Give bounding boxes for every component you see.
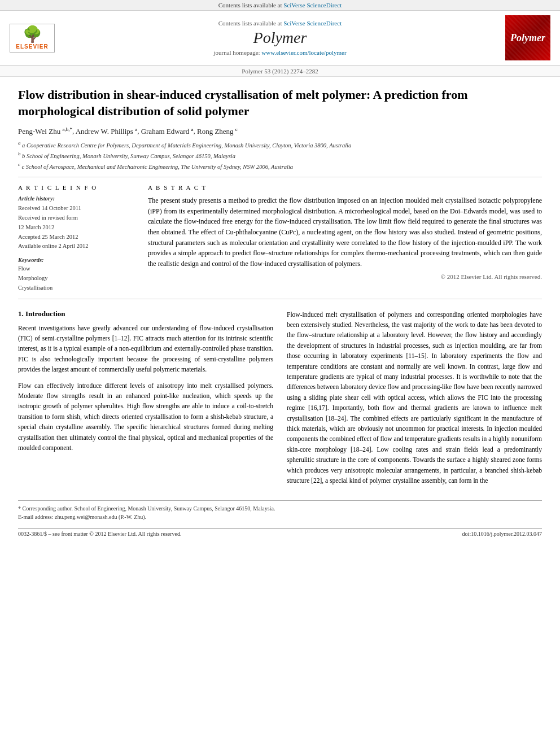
author-peng-wei-zhu: Peng-Wei Zhu a,b,*: [18, 127, 72, 136]
journal-center: Contents lists available at SciVerse Sci…: [63, 15, 497, 60]
body-para-1: Recent investigations have greatly advan…: [18, 323, 273, 375]
article-dates: Received 14 October 2011 Received in rev…: [18, 204, 131, 251]
date-revised-label: Received in revised form: [18, 213, 131, 223]
copyright-line: © 2012 Elsevier Ltd. All rights reserved…: [148, 273, 542, 280]
article-info-col: A R T I C L E I N F O Article history: R…: [18, 184, 131, 292]
polymer-logo: Polymer: [505, 15, 550, 60]
homepage-label: journal homepage:: [213, 49, 260, 56]
body-col-right: Flow-induced melt crystallisation of pol…: [287, 309, 542, 492]
elsevier-tree-icon: 🌳: [14, 27, 51, 42]
page-footer: 0032-3861/$ – see front matter © 2012 El…: [18, 528, 542, 537]
sciverse-text: Contents lists available at: [218, 2, 282, 8]
elsevier-logo-section: 🌳 ELSEVIER: [7, 15, 58, 60]
divider-1: [18, 177, 542, 177]
info-section: A R T I C L E I N F O Article history: R…: [18, 184, 542, 292]
contents-text: Contents lists available at: [218, 20, 282, 27]
author-phillips: Andrew W. Phillips a: [76, 127, 137, 136]
top-bar: Contents lists available at SciVerse Sci…: [0, 0, 560, 11]
keyword-morphology: Morphology: [18, 274, 131, 283]
article-meta: Polymer 53 (2012) 2274–2282: [242, 68, 318, 75]
footnote-section: * Corresponding author. School of Engine…: [18, 500, 542, 521]
affiliation-b: b b School of Engineering, Monash Univer…: [18, 150, 542, 160]
affiliations: a a Cooperative Research Centre for Poly…: [18, 139, 542, 172]
polymer-logo-text: Polymer: [510, 32, 545, 44]
body-col-left: 1. Introduction Recent investigations ha…: [18, 309, 273, 492]
section1-heading: 1. Introduction: [18, 309, 273, 318]
date-online: Available online 2 April 2012: [18, 242, 131, 251]
author-edward: Graham Edward a: [141, 127, 194, 136]
divider-2: [18, 299, 542, 299]
keyword-flow: Flow: [18, 264, 131, 274]
authors-line: Peng-Wei Zhu a,b,*, Andrew W. Phillips a…: [18, 126, 542, 136]
keywords-label: Keywords:: [18, 257, 131, 263]
contents-line: Contents lists available at SciVerse Sci…: [218, 20, 342, 27]
affiliation-a: a a Cooperative Research Centre for Poly…: [18, 139, 542, 150]
polymer-logo-section: Polymer: [502, 15, 553, 60]
journal-homepage: journal homepage: www.elsevier.com/locat…: [213, 49, 346, 56]
author-zheng: Rong Zheng c: [197, 127, 238, 136]
footnote-email: E-mail address: zhu.peng.wei@monash.edu …: [18, 513, 542, 521]
keyword-crystallisation: Crystallisation: [18, 283, 131, 293]
article-info-header: A R T I C L E I N F O: [18, 184, 131, 191]
journal-header: 🌳 ELSEVIER Contents lists available at S…: [0, 11, 560, 66]
keywords-list: Flow Morphology Crystallisation: [18, 264, 131, 292]
elsevier-logo-box: 🌳 ELSEVIER: [10, 24, 55, 53]
sciverse-link[interactable]: SciVerse ScienceDirect: [283, 2, 342, 8]
homepage-url[interactable]: www.elsevier.com/locate/polymer: [261, 49, 346, 56]
footer-doi: doi:10.1016/j.polymer.2012.03.047: [462, 531, 542, 537]
footnote-corresponding: * Corresponding author. School of Engine…: [18, 504, 542, 513]
article-title: Flow distribution in shear-induced cryst…: [18, 87, 542, 119]
journal-title: Polymer: [253, 29, 307, 47]
article-history-label: Article history:: [18, 195, 131, 202]
abstract-col: A B S T R A C T The present study presen…: [148, 184, 542, 292]
main-content: Flow distribution in shear-induced cryst…: [0, 77, 560, 546]
date-revised: 12 March 2012: [18, 223, 131, 233]
footer-issn: 0032-3861/$ – see front matter © 2012 El…: [18, 531, 181, 537]
abstract-header: A B S T R A C T: [148, 184, 542, 191]
abstract-text: The present study presents a method to p…: [148, 195, 542, 269]
body-para-right-1: Flow-induced melt crystallisation of pol…: [287, 309, 542, 486]
date-accepted: Accepted 25 March 2012: [18, 233, 131, 242]
sciverse-link-header[interactable]: SciVerse ScienceDirect: [283, 20, 342, 27]
section1-number: 1. Introduction: [18, 309, 65, 318]
elsevier-wordmark: ELSEVIER: [14, 43, 51, 50]
affiliation-c: c c School of Aerospace, Mechanical and …: [18, 161, 542, 171]
date-received: Received 14 October 2011: [18, 204, 131, 213]
body-para-2: Flow can effectively introduce different…: [18, 381, 273, 453]
article-meta-bar: Polymer 53 (2012) 2274–2282: [0, 66, 560, 77]
body-section: 1. Introduction Recent investigations ha…: [18, 309, 542, 492]
